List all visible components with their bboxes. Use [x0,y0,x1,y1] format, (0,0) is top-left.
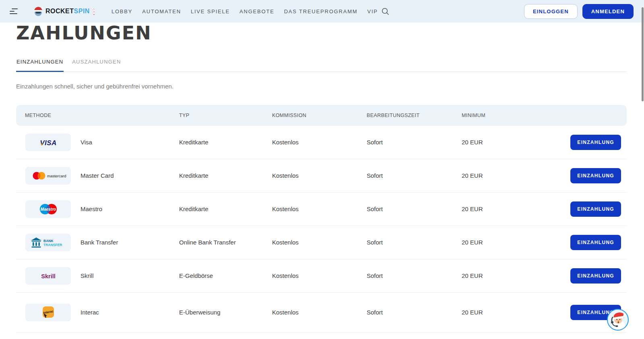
type-cell: E-Geldbörse [179,272,272,279]
brand-text-secondary: SPIN [74,8,90,14]
processing-time-cell: Sofort [367,309,462,316]
minimum-cell: 20 EUR [462,309,570,316]
processing-time-cell: Sofort [367,205,462,212]
svg-text:Skrill: Skrill [41,273,55,279]
menu-icon[interactable] [10,8,18,14]
column-header-minimum: MINIMUM [462,113,621,118]
type-cell: Kreditkarte [179,172,272,179]
method-name: Bank Transfer [80,239,118,246]
minimum-cell: 20 EUR [462,272,570,279]
commission-cell: Kostenlos [272,172,367,179]
processing-time-cell: Sofort [367,139,462,146]
santa-mascot-icon [33,6,43,17]
einzahlung-button[interactable]: EINZAHLUNG [570,135,621,150]
brand-text-primary: ROCKET [45,8,74,14]
column-header-methode: METHODE [25,113,179,118]
banktransfer-logo-icon: BANKTRANSFER [25,234,71,251]
nav-item-das-treueprogramm[interactable]: DAS TREUEPROGRAMM [284,8,358,14]
nav-item-vip[interactable]: VIP [367,8,378,14]
payment-row-bank-transfer: BANKTRANSFERBank TransferOnline Bank Tra… [16,226,627,259]
live-chat-santa-icon[interactable] [607,309,629,331]
processing-time-cell: Sofort [367,272,462,279]
method-cell: InteracInterac [25,304,179,321]
type-cell: Kreditkarte [179,139,272,146]
page-description: Einzahlungen schnell, sicher und gebühre… [16,83,627,90]
commission-cell: Kostenlos [272,239,367,246]
payment-row-skrill: SkrillSkrillE-GeldbörseKostenlosSofort20… [16,259,627,293]
method-cell: MaestroMaestro [25,200,179,218]
nav-item-automaten[interactable]: AUTOMATEN [142,8,181,14]
payments-page: ZAHLUNGEN EINZAHLUNGENAUSZAHLUNGEN Einza… [16,24,627,333]
nav-item-lobby[interactable]: LOBBY [111,8,132,14]
candy-cane-icon [91,8,95,15]
method-cell: mastercardMaster Card [25,167,179,185]
payment-row-visa: VISAVisaKreditkarteKostenlosSofort20 EUR… [16,126,627,159]
commission-cell: Kostenlos [272,272,367,279]
einzahlung-button[interactable]: EINZAHLUNG [570,168,621,183]
payment-row-master-card: mastercardMaster CardKreditkarteKostenlo… [16,159,627,193]
payments-tabs: EINZAHLUNGENAUSZAHLUNGEN [16,59,627,72]
table-header-row: METHODETYPKOMMISSIONBEARBEITUNGSZEITMINI… [16,105,627,126]
maestro-logo-icon: Maestro [25,200,71,218]
processing-time-cell: Sofort [367,239,462,246]
method-cell: VISAVisa [25,134,179,151]
main-nav: LOBBYAUTOMATENLIVE SPIELEANGEBOTEDAS TRE… [111,8,378,14]
interac-logo-icon: Interac [25,304,71,321]
payment-row-maestro: MaestroMaestroKreditkarteKostenlosSofort… [16,193,627,226]
column-header-typ: TYP [179,113,272,118]
method-name: Interac [80,309,99,316]
minimum-cell: 20 EUR [462,205,570,212]
brand-logo[interactable]: ROCKETSPIN [33,6,95,17]
svg-text:BANK: BANK [43,238,54,242]
top-navigation-bar: ROCKETSPIN LOBBYAUTOMATENLIVE SPIELEANGE… [0,0,644,23]
method-name: Maestro [80,205,102,212]
minimum-cell: 20 EUR [462,139,570,146]
commission-cell: Kostenlos [272,309,367,316]
einzahlung-button[interactable]: EINZAHLUNG [570,201,621,217]
svg-text:TRANSFER: TRANSFER [43,242,62,247]
einzahlung-button[interactable]: EINZAHLUNG [570,268,621,284]
vertical-scrollbar[interactable] [642,7,644,101]
commission-cell: Kostenlos [272,139,367,146]
type-cell: E-Überweisung [179,309,272,316]
column-header-kommission: KOMMISSION [272,113,367,118]
method-name: Master Card [80,172,114,179]
login-button[interactable]: EINLOGGEN [524,4,578,19]
nav-item-angebote[interactable]: ANGEBOTE [239,8,275,14]
commission-cell: Kostenlos [272,205,367,212]
column-header-bearbeitungszeit: BEARBEITUNGSZEIT [367,113,462,118]
processing-time-cell: Sofort [367,172,462,179]
table-body: VISAVisaKreditkarteKostenlosSofort20 EUR… [16,126,627,333]
type-cell: Online Bank Transfer [179,239,272,246]
skrill-logo-icon: Skrill [25,267,71,285]
method-cell: BANKTRANSFERBank Transfer [25,234,179,251]
auth-buttons: EINLOGGEN ANMELDEN [524,4,634,19]
method-name: Skrill [80,272,94,279]
tab-einzahlungen[interactable]: EINZAHLUNGEN [16,59,64,72]
svg-text:VISA: VISA [40,139,57,146]
minimum-cell: 20 EUR [462,172,570,179]
type-cell: Kreditkarte [179,205,272,212]
svg-text:Maestro: Maestro [40,207,56,211]
search-icon[interactable] [381,7,390,16]
signup-button[interactable]: ANMELDEN [582,4,634,19]
tab-auszahlungen[interactable]: AUSZAHLUNGEN [72,59,121,72]
method-name: Visa [80,139,92,146]
einzahlung-button[interactable]: EINZAHLUNG [570,235,621,250]
payment-row-interac: InteracInteracE-ÜberweisungKostenlosSofo… [16,293,627,333]
payment-methods-table: METHODETYPKOMMISSIONBEARBEITUNGSZEITMINI… [16,105,627,333]
minimum-cell: 20 EUR [462,239,570,246]
nav-item-live-spiele[interactable]: LIVE SPIELE [191,8,230,14]
visa-logo-icon: VISA [25,134,71,151]
mastercard-logo-icon: mastercard [25,167,71,185]
method-cell: SkrillSkrill [25,267,179,285]
svg-text:mastercard: mastercard [47,173,66,178]
page-title: ZAHLUNGEN [16,24,627,43]
